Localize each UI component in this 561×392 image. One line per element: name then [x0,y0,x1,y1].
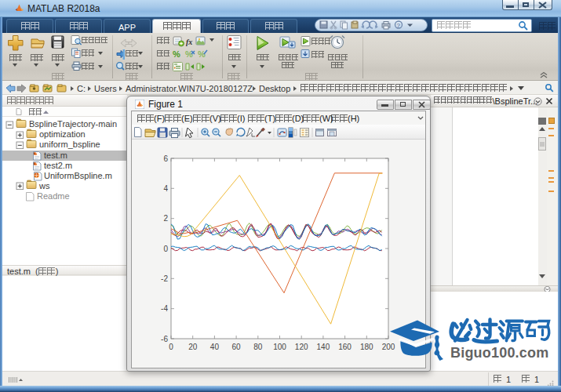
svg-text:?: ? [397,22,401,29]
svg-text:-2: -2 [161,274,168,283]
svg-text:6: 6 [163,154,168,163]
svg-text:140: 140 [317,343,330,351]
svg-text:4: 4 [163,184,168,193]
svg-text:120: 120 [295,343,308,351]
svg-text:100: 100 [273,343,286,351]
svg-text:0: 0 [163,245,168,253]
svg-text:-6: -6 [161,335,168,343]
svg-text:20: 20 [188,343,198,351]
svg-text:160: 160 [338,343,352,351]
svg-text:80: 80 [253,343,263,351]
svg-text:0: 0 [169,343,173,351]
svg-text:Biguo100.com: Biguo100.com [450,345,548,361]
svg-text:2: 2 [163,214,168,223]
svg-text:-4: -4 [161,304,168,313]
svg-text:fx: fx [186,38,192,46]
svg-text:180: 180 [360,343,373,351]
svg-text:60: 60 [232,343,242,351]
svg-text:40: 40 [210,343,220,351]
